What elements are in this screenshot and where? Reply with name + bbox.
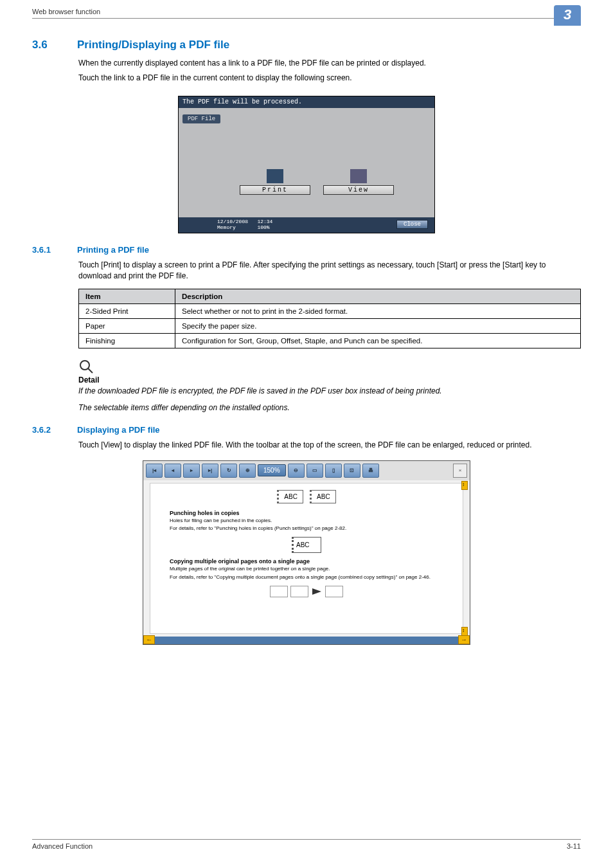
- pdf-text: Copying multiple original pages onto a s…: [170, 558, 443, 565]
- pdf-file-tab: PDF File: [182, 114, 220, 123]
- paragraph: Touch [Print] to display a screen to pri…: [78, 260, 581, 282]
- view-label: View: [323, 185, 394, 195]
- sample-box: ABC: [277, 490, 303, 503]
- zoom-level[interactable]: 150%: [258, 464, 286, 476]
- print-icon: [267, 169, 283, 183]
- screenshot-title-bar: The PDF file will be processed.: [179, 96, 434, 108]
- detail-text: The selectable items differ depending on…: [78, 402, 581, 413]
- footer-page: 3-11: [567, 842, 581, 850]
- screenshot-pdf-viewer: |◂ ◂ ▸ ▸| ↻ ⊕ 150% ⊖ ▭ ▯ ⊡ 🖶 × ↕ ABC ABC…: [143, 460, 470, 645]
- subsection-heading: 3.6.1Printing a PDF file: [32, 245, 581, 255]
- zoom-in-button[interactable]: ⊕: [239, 464, 256, 478]
- table-row: 2-Sided Print Select whether or not to p…: [79, 303, 581, 318]
- combine-diagram: [170, 586, 443, 597]
- pdf-text: For details, refer to "Punching holes in…: [170, 525, 443, 532]
- sample-box: ABC: [292, 537, 321, 553]
- subsection-title: Displaying a PDF file: [77, 425, 160, 435]
- paragraph: When the currently displayed content has…: [78, 58, 581, 69]
- scroll-right-button[interactable]: →: [458, 635, 470, 644]
- view-icon: [350, 169, 367, 183]
- first-page-button[interactable]: |◂: [146, 464, 163, 478]
- paragraph: Touch [View] to display the linked PDF f…: [78, 440, 581, 451]
- detail-icon: [78, 359, 581, 374]
- datetime-memory: 12/10/2008 12:34 Memory 100%: [217, 219, 272, 230]
- pdf-text: Punching holes in copies: [170, 510, 443, 516]
- section-number: 3.6: [32, 39, 77, 51]
- section-title: Printing/Displaying a PDF file: [77, 39, 229, 51]
- fit-page-button[interactable]: ▯: [325, 464, 342, 478]
- paragraph: Touch the link to a PDF file in the curr…: [78, 73, 581, 84]
- select-button[interactable]: ⊡: [344, 464, 360, 478]
- running-header: Web browser function: [32, 8, 100, 15]
- th-item: Item: [79, 289, 175, 303]
- td-item: Paper: [79, 318, 175, 333]
- td-item: Finishing: [79, 333, 175, 348]
- close-button[interactable]: Close: [396, 220, 428, 229]
- subsection-number: 3.6.2: [32, 425, 77, 435]
- td-item: 2-Sided Print: [79, 303, 175, 318]
- pdf-text: Holes for filing can be punched in the c…: [170, 518, 443, 524]
- svg-line-1: [88, 368, 93, 373]
- settings-table: Item Description 2-Sided Print Select wh…: [78, 289, 581, 348]
- close-button[interactable]: ×: [453, 464, 467, 478]
- scroll-up-button[interactable]: ↕: [461, 481, 468, 490]
- detail-text: If the downloaded PDF file is encrypted,…: [78, 386, 581, 397]
- fit-width-button[interactable]: ▭: [306, 464, 323, 478]
- pdf-page-view: ↕ ABC ABC Punching holes in copies Holes…: [150, 483, 463, 634]
- pdf-toolbar: |◂ ◂ ▸ ▸| ↻ ⊕ 150% ⊖ ▭ ▯ ⊡ 🖶 ×: [143, 461, 470, 480]
- next-page-button[interactable]: ▸: [183, 464, 200, 478]
- subsection-number: 3.6.1: [32, 245, 77, 255]
- print-button[interactable]: 🖶: [362, 464, 379, 478]
- footer-title: Advanced Function: [32, 842, 93, 850]
- svg-point-0: [80, 361, 89, 370]
- table-row: Paper Specify the paper size.: [79, 318, 581, 333]
- detail-label: Detail: [78, 375, 581, 384]
- scroll-left-button[interactable]: ←: [143, 635, 155, 644]
- scroll-down-button[interactable]: ↕: [461, 627, 468, 636]
- td-desc: Specify the paper size.: [175, 318, 581, 333]
- table-row: Finishing Configuration for Sort, Group,…: [79, 333, 581, 348]
- subsection-title: Printing a PDF file: [77, 245, 149, 255]
- zoom-out-button[interactable]: ⊖: [288, 464, 305, 478]
- subsection-heading: 3.6.2Displaying a PDF file: [32, 425, 581, 435]
- pdf-text: Multiple pages of the original can be pr…: [170, 566, 443, 572]
- prev-page-button[interactable]: ◂: [164, 464, 181, 478]
- rotate-button[interactable]: ↻: [220, 464, 237, 478]
- td-desc: Configuration for Sort, Group, Offset, S…: [175, 333, 581, 348]
- screenshot-pdf-process: The PDF file will be processed. PDF File…: [178, 96, 435, 233]
- view-button[interactable]: View: [323, 169, 394, 195]
- sample-box: ABC: [310, 490, 336, 503]
- print-button[interactable]: Print: [240, 169, 310, 195]
- h-scrollbar[interactable]: ← →: [143, 637, 470, 644]
- chapter-tab: 3: [554, 5, 581, 26]
- last-page-button[interactable]: ▸|: [202, 464, 218, 478]
- section-heading: 3.6Printing/Displaying a PDF file: [32, 39, 581, 51]
- pdf-text: For details, refer to "Copying multiple …: [170, 574, 443, 581]
- table-head-row: Item Description: [79, 289, 581, 303]
- print-label: Print: [240, 185, 310, 195]
- th-description: Description: [175, 289, 581, 303]
- td-desc: Select whether or not to print in the 2-…: [175, 303, 581, 318]
